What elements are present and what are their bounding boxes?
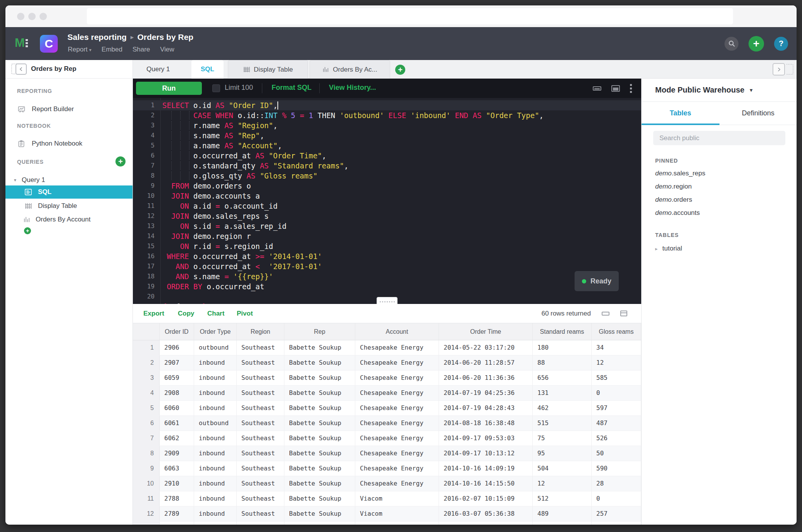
search-button[interactable] bbox=[725, 37, 738, 51]
column-header[interactable]: Gloss reams bbox=[592, 323, 641, 340]
column-header[interactable]: Order ID bbox=[160, 323, 194, 340]
limit-label[interactable]: Limit 100 bbox=[225, 84, 253, 92]
sidebar-item-query-1[interactable]: ▾ Query 1 bbox=[5, 173, 133, 187]
menu-report[interactable]: Report▾ bbox=[68, 46, 91, 53]
minimize-results-icon[interactable] bbox=[602, 312, 609, 316]
pivot-button[interactable]: Pivot bbox=[237, 310, 253, 317]
sidebar-item-python-notebook[interactable]: Python Notebook bbox=[5, 137, 133, 150]
tab-sql[interactable]: SQL bbox=[191, 60, 224, 79]
pinned-table-item[interactable]: demo.accounts bbox=[642, 206, 797, 220]
code-line[interactable]: 16 WHERE o.occurred_at >= '2014-01-01' bbox=[133, 251, 641, 261]
table-row[interactable]: 76062inboundSoutheastBabette SoukupChesa… bbox=[133, 431, 641, 446]
collapse-right-panel-button[interactable] bbox=[773, 63, 785, 76]
help-button[interactable]: ? bbox=[774, 37, 788, 51]
sidebar-item-label: SQL bbox=[38, 188, 52, 196]
table-row[interactable]: 132557inboundSoutheastBabette SoukupNRG … bbox=[133, 522, 641, 525]
limit-checkbox[interactable] bbox=[212, 84, 220, 92]
code-line[interactable]: 14 JOIN demo.region r bbox=[133, 231, 641, 241]
tab-definitions[interactable]: Definitions bbox=[719, 102, 797, 125]
table-row[interactable]: 56060inboundSoutheastBabette SoukupChesa… bbox=[133, 401, 641, 416]
mode-logo[interactable]: M bbox=[15, 37, 28, 49]
tab-display-table[interactable]: Display Table bbox=[228, 60, 308, 79]
export-button[interactable]: Export bbox=[143, 310, 164, 317]
close-window-button[interactable] bbox=[17, 13, 24, 20]
minimize-window-button[interactable] bbox=[28, 13, 36, 20]
indent-guide bbox=[171, 121, 172, 130]
table-row[interactable]: 22907inboundSoutheastBabette SoukupChesa… bbox=[133, 355, 641, 371]
table-row[interactable]: 102910inboundSoutheastBabette SoukupChes… bbox=[133, 476, 641, 491]
code-line[interactable]: 10 JOIN demo.accounts a bbox=[133, 191, 641, 201]
code-line[interactable]: 4 s.name AS "Rep", bbox=[133, 130, 641, 141]
kebab-menu-icon[interactable] bbox=[630, 84, 632, 93]
sidebar-item-display-table[interactable]: Display Table bbox=[5, 199, 133, 213]
column-header[interactable]: Account bbox=[355, 323, 439, 340]
pinned-table-item[interactable]: demo.region bbox=[642, 180, 797, 193]
code-line[interactable]: 5 a.name AS "Account", bbox=[133, 141, 641, 151]
code-line[interactable]: 2 CASE WHEN o.id::INT % 5 = 1 THEN 'outb… bbox=[133, 110, 641, 120]
table-row[interactable]: 42908inboundSoutheastBabette SoukupChesa… bbox=[133, 386, 641, 401]
tree-item-schema[interactable]: ▸tutorial bbox=[642, 242, 797, 255]
table-row[interactable]: 96063inboundSoutheastBabette SoukupChesa… bbox=[133, 461, 641, 476]
table-row[interactable]: 112788inboundSoutheastBabette SoukupViac… bbox=[133, 491, 641, 506]
table-row[interactable]: 12906outboundSoutheastBabette SoukupChes… bbox=[133, 340, 641, 355]
code-line[interactable]: 7 o.standard_qty AS "Standard reams", bbox=[133, 161, 641, 171]
code-line[interactable]: 13 ON s.id = a.sales_rep_id bbox=[133, 221, 641, 231]
view-history-button[interactable]: View History... bbox=[329, 84, 376, 92]
code-line[interactable]: 9 FROM demo.orders o bbox=[133, 181, 641, 191]
column-header[interactable]: Order Type bbox=[194, 323, 237, 340]
code-line[interactable]: 19 ORDER BY o.occurred_at bbox=[133, 281, 641, 292]
table-row[interactable]: 66061outboundSoutheastBabette SoukupChes… bbox=[133, 416, 641, 431]
table-cell: Babette Soukup bbox=[284, 401, 355, 415]
code-line[interactable]: 18 AND s.name = '{{rep}}' bbox=[133, 271, 641, 281]
code-line[interactable]: 15 ON r.id = s.region_id bbox=[133, 241, 641, 251]
run-button[interactable]: Run bbox=[136, 82, 202, 95]
table-row[interactable]: 122789inboundSoutheastBabette SoukupViac… bbox=[133, 506, 641, 522]
url-bar[interactable] bbox=[87, 8, 733, 24]
code-line[interactable]: 6 o.occurred_at AS "Order Time", bbox=[133, 151, 641, 161]
add-tab-button[interactable]: + bbox=[395, 65, 405, 75]
tab-orders-by-account[interactable]: Orders By Ac... bbox=[310, 60, 390, 79]
column-header[interactable]: Order Time bbox=[439, 323, 533, 340]
pinned-table-item[interactable]: demo.sales_reps bbox=[642, 167, 797, 180]
code-line[interactable]: 11 ON a.id = o.account_id bbox=[133, 201, 641, 211]
menu-share[interactable]: Share bbox=[133, 46, 150, 53]
column-header[interactable]: Region bbox=[237, 323, 284, 340]
minimize-editor-icon[interactable] bbox=[593, 86, 601, 91]
column-header[interactable]: Standard reams bbox=[533, 323, 592, 340]
table-row[interactable]: 36059inboundSoutheastBabette SoukupChesa… bbox=[133, 371, 641, 386]
maximize-results-icon[interactable] bbox=[620, 311, 627, 316]
menu-embed[interactable]: Embed bbox=[102, 46, 122, 53]
add-query-button[interactable]: + bbox=[115, 156, 126, 166]
maximize-editor-icon[interactable] bbox=[611, 85, 620, 92]
sql-editor[interactable]: 1SELECT o.id AS "Order ID",2 CASE WHEN o… bbox=[133, 98, 641, 304]
chart-button[interactable]: Chart bbox=[207, 310, 224, 317]
format-sql-button[interactable]: Format SQL bbox=[272, 84, 312, 92]
code-line[interactable]: 3 r.name AS "Region", bbox=[133, 120, 641, 130]
code-line[interactable]: 1SELECT o.id AS "Order ID", bbox=[133, 100, 641, 110]
sidebar-item-report-builder[interactable]: Report Builder bbox=[5, 103, 133, 116]
add-chart-button[interactable]: + bbox=[24, 227, 31, 234]
copy-button[interactable]: Copy bbox=[178, 310, 194, 317]
pinned-table-item[interactable]: demo.orders bbox=[642, 193, 797, 206]
indent-guide bbox=[171, 161, 172, 170]
column-header[interactable]: Rep bbox=[284, 323, 355, 340]
zoom-window-button[interactable] bbox=[40, 13, 47, 20]
breadcrumb-page-name[interactable]: Orders by Rep bbox=[137, 33, 193, 42]
code-line[interactable]: 8 o.gloss_qty AS "Gloss reams" bbox=[133, 171, 641, 181]
breadcrumb-report-name[interactable]: Sales reporting bbox=[67, 33, 127, 42]
collapse-sidebar-button[interactable] bbox=[15, 63, 27, 75]
table-row[interactable]: 82909inboundSoutheastBabette SoukupChesa… bbox=[133, 446, 641, 461]
code-line[interactable]: 17 AND o.occurred_at < '2017-01-01' bbox=[133, 261, 641, 271]
tab-query-group[interactable]: Query 1 bbox=[146, 60, 170, 79]
schema-search-input[interactable] bbox=[653, 131, 785, 145]
menu-view[interactable]: View bbox=[160, 46, 174, 53]
warehouse-selector[interactable]: Mode Public Warehouse ▾ bbox=[642, 79, 797, 102]
table-cell: 2014-08-18 16:38:48 bbox=[439, 416, 533, 431]
editor-resize-handle[interactable] bbox=[377, 297, 398, 304]
add-new-button[interactable]: + bbox=[749, 36, 764, 51]
code-line[interactable]: 12 JOIN demo.sales_reps s bbox=[133, 211, 641, 221]
sidebar-item-sql[interactable]: SQL bbox=[5, 185, 133, 199]
sidebar-item-orders-by-account[interactable]: Orders By Account bbox=[5, 213, 133, 226]
report-app-icon[interactable]: C bbox=[40, 35, 58, 53]
tab-tables[interactable]: Tables bbox=[642, 102, 719, 125]
